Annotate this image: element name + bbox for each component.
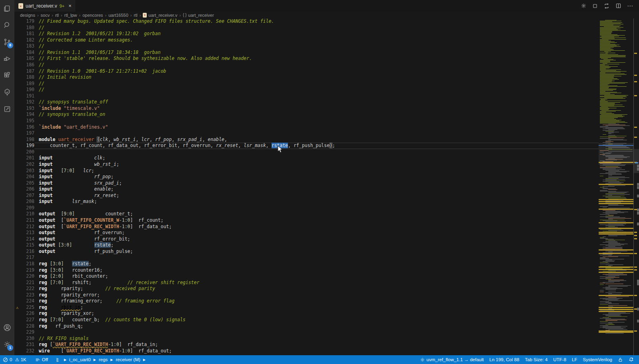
code-line[interactable]: 187// Revision 1.0 2001-05-17 21:27:11+0… [14, 68, 599, 75]
minimap-slider[interactable] [599, 143, 633, 165]
code-line[interactable]: 201input clk; [14, 155, 599, 161]
code-line[interactable]: 227reg [7:0] counter_b; // counts the 0 … [14, 317, 599, 323]
breadcrumb-item[interactable]: rtl [134, 13, 137, 18]
code-line[interactable]: 205input srx_pad_i; [14, 180, 599, 187]
code-line[interactable]: 186// [14, 62, 599, 68]
code-line[interactable]: 221reg [7:0] rshift; // receiver shift r… [14, 280, 599, 286]
breadcrumb-item[interactable]: designs [20, 13, 35, 18]
extensions-icon[interactable] [0, 67, 14, 84]
code-line[interactable]: 204input rf_pop; [14, 174, 599, 180]
tab-uart-receiver[interactable]: v uart_receiver.v 9+ × [14, 0, 76, 12]
code-line[interactable]: 190// [14, 87, 599, 93]
breadcrumb-item[interactable]: uart16550 [108, 13, 128, 18]
code-line[interactable]: 188// Initial revision [14, 74, 599, 81]
code-line[interactable]: 226reg rparity_xor; [14, 310, 599, 317]
code-line[interactable]: 212output [`UART_FIFO_REC_WIDTH-1:0] rf_… [14, 224, 599, 230]
breadcrumb-file[interactable]: vuart_receiver.v [143, 13, 177, 18]
explorer-icon[interactable] [0, 0, 14, 17]
code-token: [7:0] [61, 168, 75, 173]
code-line[interactable]: 185// First 'stable' release. Should be … [14, 56, 599, 62]
test-explorer-icon[interactable] [0, 84, 14, 101]
code-line[interactable]: 224reg rframing_error; // framing error … [14, 298, 599, 304]
code-line[interactable]: 222reg rparity; // received parity [14, 286, 599, 292]
code-line[interactable]: 183// [14, 43, 599, 50]
code-line[interactable]: 213output rf_overrun; [14, 230, 599, 236]
scope-item[interactable]: ▶ i_oc_uart0 ▶ regs ▶ receiver (M) ▶ [53, 355, 150, 364]
code-token [47, 267, 50, 273]
notebook-edit-icon[interactable] [0, 101, 14, 117]
minimap[interactable] [599, 18, 633, 355]
code-line[interactable]: 207input rx_reset; [14, 193, 599, 199]
code-line[interactable]: 206input enable; [14, 186, 599, 193]
more-actions-icon[interactable]: ⋯ [627, 2, 633, 10]
code-line[interactable]: 192// synopsys translate_off [14, 99, 599, 105]
problems-item[interactable]: 0 ⚠ 1K [0, 355, 29, 364]
code-line[interactable]: 232wire [`UART_FIFO_REC_WIDTH-1:0] rf_da… [14, 348, 599, 354]
cursor-position-item[interactable]: Ln 199, Col 88 [487, 355, 522, 364]
split-editor-icon[interactable] [615, 3, 621, 9]
code-line[interactable]: 194// synopsys translate_on [14, 111, 599, 118]
code-line[interactable]: 200 [14, 149, 599, 155]
code-line[interactable]: 202input wb_rst_i; [14, 161, 599, 168]
breadcrumb-item[interactable]: socv [41, 13, 50, 18]
breadcrumb-item[interactable]: opencores [82, 13, 103, 18]
ruler-warning-mark [634, 253, 637, 254]
code-line[interactable]: 199 counter_t, rf_count, rf_data_out, rf… [14, 143, 599, 149]
code-line[interactable]: 217 [14, 255, 599, 261]
code-line[interactable]: 209 [14, 205, 599, 211]
settings-gear-icon[interactable]: 1 [0, 336, 14, 353]
tab-close-icon[interactable]: × [68, 3, 72, 9]
source-control-icon[interactable]: 8 [0, 34, 14, 50]
code-line[interactable]: 231reg [`UART_FIFO_REC_WIDTH-1:0] rf_dat… [14, 342, 599, 348]
notifications-item[interactable] [626, 355, 637, 364]
code-line[interactable]: 179// Fixed many bugs. Updated spec. Cha… [14, 18, 599, 25]
sync-changes-icon[interactable] [603, 3, 610, 9]
code-line[interactable]: 225⚠reg rbit_in; [14, 304, 599, 311]
code-line[interactable]: 210output [9:0] counter_t; [14, 211, 599, 217]
ruler-highlight-mark [637, 212, 639, 215]
code-line[interactable]: 198module uart_receiver (clk, wb_rst_i, … [14, 137, 599, 143]
code-line[interactable]: 230// RX FIFO signals [14, 336, 599, 342]
code-line[interactable]: 219reg [3:0] rcounter16; [14, 267, 599, 274]
breadcrumb-symbol[interactable]: { }uart_receiver [183, 13, 214, 18]
code-line[interactable]: 181// Revision 1.2 2001/05/21 19:12:02 g… [14, 31, 599, 37]
run-square-icon[interactable] [592, 3, 598, 9]
code-line[interactable]: 223reg rparity_error; [14, 292, 599, 298]
tab-size-item[interactable]: Tab Size: 4 [522, 355, 551, 364]
eol-item[interactable]: LF [569, 355, 580, 364]
code-line[interactable]: 218reg [3:0] rstate; [14, 261, 599, 267]
code-line[interactable]: 203input [7:0] lcr; [14, 168, 599, 174]
code-line[interactable]: 214output rf_error_bit; [14, 236, 599, 243]
code-line[interactable]: 215output [3:0] rstate; [14, 242, 599, 249]
code-line[interactable]: 228reg rf_push_q; [14, 323, 599, 330]
search-icon[interactable] [0, 17, 14, 34]
code-line[interactable]: 195 [14, 118, 599, 124]
language-item[interactable]: SystemVerilog [580, 355, 615, 364]
code-line[interactable]: 208input lsr_mask; [14, 199, 599, 205]
env-item[interactable]: uvm_ref_flow_1.1 → default [417, 355, 487, 364]
line-number: 194 [14, 111, 34, 118]
code-editor[interactable]: 179// Fixed many bugs. Updated spec. Cha… [14, 18, 639, 355]
breadcrumb-item[interactable]: rtl_lpw [64, 13, 77, 18]
code-line[interactable]: 216output rf_push_pulse; [14, 249, 599, 255]
code-line[interactable]: 220reg [2:0] rbit_counter; [14, 273, 599, 280]
code-line[interactable]: 193`include "timescale.v" [14, 105, 599, 112]
code-line[interactable]: 229 [14, 329, 599, 336]
code-line[interactable]: 197 [14, 130, 599, 137]
code-line[interactable]: 211output [`UART_FIFO_COUNTER_W-1:0] rf_… [14, 217, 599, 224]
lint-toggle-item[interactable]: Off [32, 355, 51, 364]
code-line[interactable]: 184// Revision 1.1 2001/05/17 18:34:18 g… [14, 50, 599, 56]
overview-ruler[interactable] [633, 18, 639, 355]
code-line[interactable]: 189// [14, 81, 599, 87]
code-line[interactable]: 180// [14, 25, 599, 31]
code-pane[interactable]: 179// Fixed many bugs. Updated spec. Cha… [14, 18, 599, 355]
code-line[interactable]: 191 [14, 93, 599, 99]
breadcrumb-item[interactable]: rtl [55, 13, 59, 18]
tabnine-lock-item[interactable] [615, 355, 626, 364]
editor-settings-icon[interactable] [581, 3, 587, 9]
account-icon[interactable] [0, 319, 14, 336]
run-debug-icon[interactable] [0, 50, 14, 67]
code-line[interactable]: 182// Corrected some Linter messages. [14, 37, 599, 44]
encoding-item[interactable]: UTF-8 [550, 355, 569, 364]
code-line[interactable]: 196`include "uart_defines.v" [14, 124, 599, 131]
